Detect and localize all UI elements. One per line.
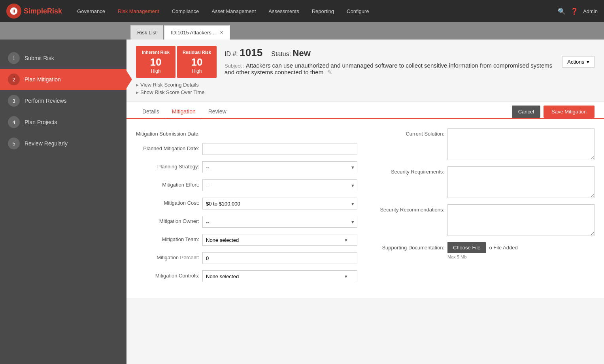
inherent-risk-label: Inherent Risk (140, 50, 172, 55)
sidebar-label-plan-projects: Plan Projects (25, 119, 57, 125)
help-icon[interactable]: ❓ (570, 8, 578, 15)
submission-date-group: Mitigation Submission Date: (136, 128, 357, 137)
brand-name: SimpleRisk (24, 7, 62, 15)
mitigation-percent-label: Mitigation Percent: (136, 252, 199, 260)
sidebar-num-5: 5 (8, 138, 20, 149)
tab-risk-detail-label: ID:1015 Attackers... (171, 30, 215, 36)
edit-icon[interactable]: ✎ (327, 69, 332, 75)
actions-button[interactable]: Actions ▾ (562, 56, 595, 68)
mitigation-controls-multiselect: None selected (202, 270, 357, 282)
save-mitigation-button[interactable]: Save Mitigation (544, 106, 595, 118)
tab-mitigation[interactable]: Mitigation (166, 105, 202, 119)
mitigation-cost-group: Mitigation Cost: $0 to $100,000 (136, 198, 357, 209)
security-requirements-label: Security Requirements: (373, 166, 444, 175)
cancel-button[interactable]: Cancel (512, 106, 540, 118)
security-requirements-group: Security Requirements: (373, 166, 595, 198)
risk-status: New (293, 48, 311, 58)
mitigation-team-button[interactable]: None selected (202, 234, 357, 246)
mitigation-percent-group: Mitigation Percent: (136, 252, 357, 264)
tab-risk-detail[interactable]: ID:1015 Attackers... ✕ (164, 25, 230, 40)
nav-right: 🔍 ❓ Admin (558, 8, 598, 15)
file-upload-area: Choose File o File Added Max 5 Mb (447, 242, 518, 259)
mitigation-effort-label: Mitigation Effort: (136, 179, 199, 188)
mitigation-cost-label: Mitigation Cost: (136, 198, 199, 206)
submission-date-label: Mitigation Submission Date: (136, 128, 200, 137)
search-icon[interactable]: 🔍 (558, 8, 566, 15)
tab-review[interactable]: Review (202, 105, 233, 119)
show-risk-score-link[interactable]: Show Risk Score Over Time (136, 89, 595, 95)
choose-file-button[interactable]: Choose File (447, 242, 486, 253)
planning-strategy-select[interactable]: -- (202, 161, 357, 173)
tab-bar: Risk List ID:1015 Attackers... ✕ (0, 22, 604, 40)
mitigation-controls-button[interactable]: None selected (202, 270, 357, 282)
sidebar-num-3: 3 (8, 95, 20, 107)
current-solution-textarea[interactable] (447, 128, 595, 160)
inherent-risk-score: 10 (140, 56, 172, 68)
actions-chevron-icon: ▾ (587, 59, 589, 65)
sidebar-label-review-regularly: Review Regularly (25, 140, 68, 147)
tab-risk-list[interactable]: Risk List (130, 25, 163, 40)
planned-date-input[interactable] (202, 143, 357, 155)
brand-logo (6, 4, 21, 19)
mitigation-owner-select[interactable]: -- (202, 216, 357, 228)
mitigation-team-label: Mitigation Team: (136, 234, 199, 242)
brand[interactable]: SimpleRisk (6, 4, 62, 19)
mitigation-controls-value: None selected (206, 273, 239, 279)
risk-subject: Subject : Attackers can use unauthorized… (225, 62, 554, 76)
mitigation-percent-input[interactable] (202, 252, 357, 264)
residual-risk-label: Residual Risk (181, 50, 213, 55)
inherent-risk-level: High (140, 68, 172, 74)
sidebar-label-perform-reviews: Perform Reviews (25, 98, 67, 104)
file-max-size: Max 5 Mb (447, 255, 518, 259)
form-left: Mitigation Submission Date: Planned Miti… (136, 128, 357, 289)
tab-close-icon[interactable]: ✕ (220, 30, 223, 35)
sidebar-label-plan-mitigation: Plan Mitigation (25, 76, 61, 83)
nav-governance[interactable]: Governance (72, 5, 111, 17)
mitigation-owner-label: Mitigation Owner: (136, 216, 199, 224)
mitigation-effort-group: Mitigation Effort: -- (136, 179, 357, 191)
sidebar-item-perform-reviews[interactable]: 3 Perform Reviews (0, 90, 126, 111)
mitigation-effort-select[interactable]: -- (202, 179, 357, 191)
file-upload-row: Choose File o File Added (447, 242, 518, 253)
nav-assessments[interactable]: Assessments (263, 5, 304, 17)
sidebar-item-plan-mitigation[interactable]: 2 Plan Mitigation (0, 69, 126, 90)
security-recommendations-textarea[interactable] (447, 204, 595, 236)
mitigation-effort-select-wrapper: -- (202, 179, 357, 191)
current-solution-label: Current Solution: (373, 128, 444, 137)
supporting-doc-label: Supporting Documentation: (373, 242, 444, 251)
residual-risk-level: High (181, 68, 213, 74)
sidebar: 1 Submit Risk 2 Plan Mitigation 3 Perfor… (0, 40, 126, 364)
planning-strategy-group: Planning Strategy: -- (136, 161, 357, 173)
current-solution-group: Current Solution: (373, 128, 595, 160)
risk-header: Inherent Risk 10 High Residual Risk 10 H… (126, 40, 604, 102)
mitigation-team-multiselect: None selected (202, 234, 357, 246)
sidebar-item-plan-projects[interactable]: 4 Plan Projects (0, 111, 126, 133)
mitigation-owner-group: Mitigation Owner: -- (136, 216, 357, 228)
risk-boxes: Inherent Risk 10 High Residual Risk 10 H… (136, 46, 217, 78)
inherent-risk-box: Inherent Risk 10 High (136, 46, 176, 78)
security-recommendations-label: Security Recommendations: (373, 204, 444, 213)
nav-asset-management[interactable]: Asset Management (206, 5, 261, 17)
security-requirements-textarea[interactable] (447, 166, 595, 198)
nav-reporting[interactable]: Reporting (306, 5, 340, 17)
admin-dropdown[interactable]: Admin (583, 8, 598, 14)
risk-header-top: Inherent Risk 10 High Residual Risk 10 H… (136, 46, 595, 78)
mitigation-owner-select-wrapper: -- (202, 216, 357, 228)
nav-risk-management[interactable]: Risk Management (112, 5, 165, 17)
nav-compliance[interactable]: Compliance (166, 5, 205, 17)
risk-id-num: 1015 (240, 47, 262, 58)
sidebar-num-2: 2 (8, 74, 20, 85)
tab-details[interactable]: Details (136, 105, 166, 119)
risk-status-label: Status: (271, 51, 291, 57)
mitigation-team-group: Mitigation Team: None selected (136, 234, 357, 246)
sidebar-item-review-regularly[interactable]: 5 Review Regularly (0, 133, 126, 154)
file-name-label: o File Added (489, 245, 517, 251)
nav-links: Governance Risk Management Compliance As… (72, 5, 558, 17)
security-recommendations-group: Security Recommendations: (373, 204, 595, 236)
view-risk-scoring-link[interactable]: View Risk Scoring Details (136, 82, 595, 88)
planning-strategy-label: Planning Strategy: (136, 161, 199, 170)
sidebar-item-submit-risk[interactable]: 1 Submit Risk (0, 47, 126, 69)
mitigation-controls-label: Mitigation Controls: (136, 270, 199, 279)
mitigation-cost-select[interactable]: $0 to $100,000 (202, 198, 357, 209)
nav-configure[interactable]: Configure (341, 5, 374, 17)
